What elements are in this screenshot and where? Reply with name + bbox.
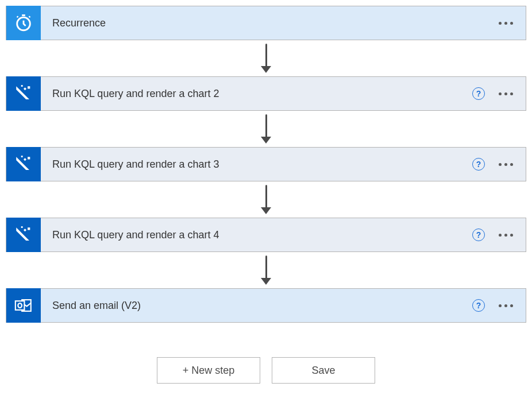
more-icon[interactable] (499, 18, 513, 28)
svg-rect-5 (24, 158, 26, 161)
svg-rect-9 (21, 226, 23, 228)
svg-rect-3 (21, 85, 23, 87)
step-actions (499, 18, 526, 28)
step-title: Send an email (V2) (41, 300, 472, 312)
svg-rect-4 (28, 157, 30, 159)
step-recurrence[interactable]: Recurrence (6, 6, 526, 40)
help-icon[interactable]: ? (472, 87, 485, 100)
more-icon[interactable] (499, 89, 513, 99)
flow-container: Recurrence Run KQL query and render a ch… (6, 6, 526, 384)
step-actions: ? (472, 158, 526, 171)
help-icon[interactable]: ? (472, 299, 485, 312)
svg-rect-8 (24, 229, 26, 231)
step-title: Recurrence (41, 17, 499, 29)
arrow-connector (261, 111, 271, 147)
step-actions: ? (472, 299, 526, 312)
help-icon[interactable]: ? (472, 158, 485, 171)
step-kql-4[interactable]: Run KQL query and render a chart 4 ? (6, 218, 526, 252)
step-kql-2[interactable]: Run KQL query and render a chart 2 ? (6, 76, 526, 111)
step-title: Run KQL query and render a chart 4 (41, 229, 472, 241)
more-icon[interactable] (499, 230, 513, 240)
recurrence-icon (6, 6, 41, 40)
step-actions: ? (472, 229, 526, 241)
azure-monitor-icon (6, 218, 41, 252)
help-icon[interactable]: ? (472, 229, 485, 241)
arrow-connector (261, 252, 271, 288)
outlook-icon (6, 288, 41, 323)
step-title: Run KQL query and render a chart 3 (41, 158, 472, 171)
svg-rect-1 (28, 86, 30, 88)
step-title: Run KQL query and render a chart 2 (41, 88, 472, 100)
svg-rect-7 (28, 227, 30, 230)
arrow-connector (261, 181, 271, 218)
step-send-email[interactable]: Send an email (V2) ? (6, 288, 526, 323)
azure-monitor-icon (6, 147, 41, 181)
svg-rect-11 (16, 301, 25, 310)
svg-rect-6 (21, 156, 23, 157)
new-step-button[interactable]: + New step (157, 357, 260, 384)
footer-buttons: + New step Save (157, 357, 375, 384)
svg-rect-2 (24, 87, 26, 90)
arrow-connector (261, 40, 271, 76)
step-actions: ? (472, 87, 526, 100)
more-icon[interactable] (499, 301, 513, 311)
more-icon[interactable] (499, 160, 513, 169)
azure-monitor-icon (6, 76, 41, 111)
step-kql-3[interactable]: Run KQL query and render a chart 3 ? (6, 147, 526, 181)
save-button[interactable]: Save (272, 357, 375, 384)
